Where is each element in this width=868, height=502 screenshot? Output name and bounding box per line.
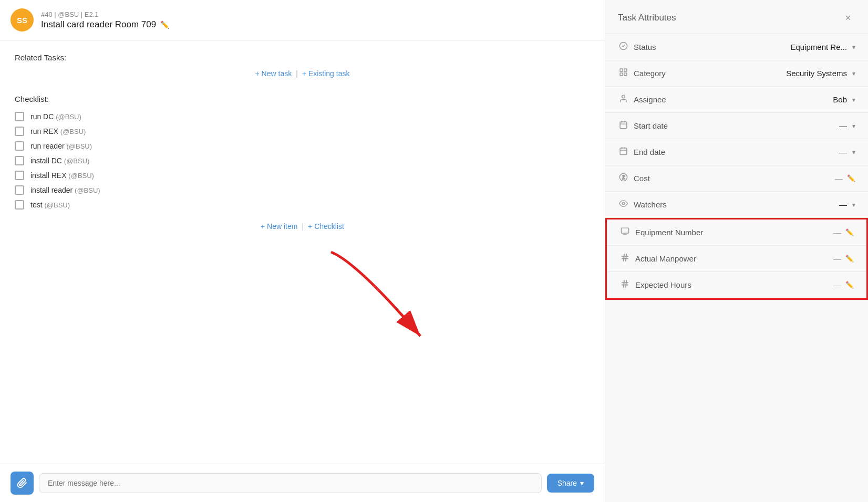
attr-edit-expected-hours[interactable]: ✏️ (845, 281, 854, 289)
attach-button[interactable] (11, 472, 34, 495)
attr-row-watchers[interactable]: Watchers — ▾ (605, 192, 868, 218)
attr-right-cost: — ✏️ (835, 174, 855, 183)
checklist-item-assignee: (@BSU) (44, 201, 70, 209)
attr-icon-start-date (618, 120, 628, 131)
attr-dash-cost: — (835, 174, 843, 183)
new-item-link[interactable]: + New item (261, 222, 297, 231)
attr-label-expected-hours: Expected Hours (635, 280, 691, 289)
svg-line-23 (623, 254, 624, 261)
attr-right-assignee: Bob ▾ (833, 95, 855, 104)
attr-label-cost: Cost (634, 174, 650, 183)
attr-label-end-date: End date (634, 148, 665, 156)
attr-dash-actual-manpower: — (833, 254, 841, 263)
checklist-item-assignee: (@BSU) (75, 186, 100, 194)
checklist-link[interactable]: + Checklist (308, 222, 344, 231)
svg-rect-4 (620, 73, 623, 76)
panel-title: Task Attributes (618, 13, 676, 23)
attr-value-end-date: — (839, 148, 847, 156)
checklist-checkbox-0[interactable] (15, 112, 24, 121)
attr-value-status: Equipment Re... (790, 43, 847, 51)
right-panel: Task Attributes × Status Equipment Re...… (605, 0, 868, 502)
checklist-checkbox-6[interactable] (15, 200, 24, 210)
close-button[interactable]: × (841, 11, 855, 25)
title-edit-icon[interactable]: ✏️ (160, 20, 169, 29)
attr-row-category[interactable]: Category Security Systems ▾ (605, 60, 868, 87)
attr-row-end-date[interactable]: End date — ▾ (605, 139, 868, 165)
attr-row-expected-hours[interactable]: Expected Hours — ✏️ (607, 272, 866, 298)
attr-right-expected-hours: — ✏️ (833, 280, 854, 289)
attr-row-status[interactable]: Status Equipment Re... ▾ (605, 34, 868, 60)
attr-row-assignee[interactable]: Assignee Bob ▾ (605, 87, 868, 113)
attr-edit-equipment-number[interactable]: ✏️ (845, 228, 854, 236)
attr-right-category: Security Systems ▾ (786, 69, 855, 78)
svg-line-24 (625, 254, 626, 261)
checklist-label: Checklist: (15, 95, 590, 103)
checklist-item-text: run reader (@BSU) (30, 142, 92, 150)
checklist-checkbox-5[interactable] (15, 185, 24, 195)
checklist-item: run DC (@BSU) (15, 112, 590, 121)
avatar: SS (11, 8, 34, 32)
checklist-item-text: test (@BSU) (30, 201, 70, 209)
attr-row-start-date[interactable]: Start date — ▾ (605, 113, 868, 139)
svg-rect-11 (620, 148, 627, 155)
new-task-link[interactable]: + New task (255, 69, 292, 78)
attr-row-cost[interactable]: Cost — ✏️ (605, 165, 868, 192)
attr-dropdown-status[interactable]: ▾ (852, 44, 855, 51)
attr-dash-expected-hours: — (833, 280, 841, 289)
attr-dash-equipment-number: — (833, 228, 841, 237)
checklist-item-text: run REX (@BSU) (30, 127, 86, 135)
attr-row-actual-manpower[interactable]: Actual Manpower — ✏️ (607, 246, 866, 272)
attr-icon-category (618, 68, 628, 79)
attr-icon-end-date (618, 147, 628, 158)
attr-dropdown-end-date[interactable]: ▾ (852, 149, 855, 156)
message-footer: Share ▾ (0, 464, 605, 502)
checklist-checkbox-3[interactable] (15, 156, 24, 165)
checklist-item: run reader (@BSU) (15, 141, 590, 151)
existing-task-link[interactable]: + Existing task (302, 69, 350, 78)
attr-dropdown-watchers[interactable]: ▾ (852, 201, 855, 208)
attr-dropdown-assignee[interactable]: ▾ (852, 96, 855, 103)
content-area: Related Tasks: + New task | + Existing t… (0, 40, 605, 464)
checklist-checkbox-2[interactable] (15, 141, 24, 151)
attr-value-category: Security Systems (786, 69, 847, 78)
attr-right-watchers: — ▾ (839, 200, 855, 209)
checklist-item-assignee: (@BSU) (56, 113, 81, 121)
attr-left-category: Category (618, 68, 666, 79)
related-tasks-label: Related Tasks: (15, 53, 590, 62)
attr-right-equipment-number: — ✏️ (833, 228, 854, 237)
attr-label-watchers: Watchers (634, 200, 667, 209)
attr-edit-cost[interactable]: ✏️ (847, 174, 855, 182)
related-tasks-actions: + New task | + Existing task (15, 69, 590, 78)
checklist-item: install reader (@BSU) (15, 185, 590, 195)
share-button[interactable]: Share ▾ (547, 474, 594, 493)
header-info: #40 | @BSU | E2.1 Install card reader Ro… (41, 11, 169, 30)
checklist-checkbox-1[interactable] (15, 127, 24, 136)
attr-dropdown-start-date[interactable]: ▾ (852, 122, 855, 130)
message-input[interactable] (39, 473, 542, 493)
attr-left-cost: Cost (618, 173, 650, 184)
separator-2: | (302, 222, 304, 231)
attr-icon-watchers (618, 199, 628, 210)
attr-icon-status (618, 41, 628, 53)
checklist-actions: + New item | + Checklist (15, 222, 590, 231)
attr-icon-cost (618, 173, 628, 184)
checklist-item: run REX (@BSU) (15, 127, 590, 136)
svg-point-6 (622, 95, 625, 98)
attr-left-expected-hours: Expected Hours (619, 279, 691, 290)
attr-label-category: Category (634, 69, 666, 78)
right-panel-header: Task Attributes × (605, 0, 868, 34)
attr-right-end-date: — ▾ (839, 148, 855, 156)
share-label: Share (557, 479, 577, 487)
attr-right-start-date: — ▾ (839, 121, 855, 130)
attr-dropdown-category[interactable]: ▾ (852, 70, 855, 77)
share-dropdown-icon: ▾ (580, 479, 584, 487)
svg-rect-7 (620, 122, 627, 129)
attr-edit-actual-manpower[interactable]: ✏️ (845, 255, 854, 263)
svg-rect-18 (621, 228, 628, 233)
attr-value-start-date: — (839, 121, 847, 130)
task-header: SS #40 | @BSU | E2.1 Install card reader… (0, 0, 605, 40)
attr-row-equipment-number[interactable]: Equipment Number — ✏️ (607, 219, 866, 246)
checklist-checkbox-4[interactable] (15, 171, 24, 180)
checklist-item-assignee: (@BSU) (60, 128, 86, 135)
svg-line-28 (625, 280, 626, 287)
